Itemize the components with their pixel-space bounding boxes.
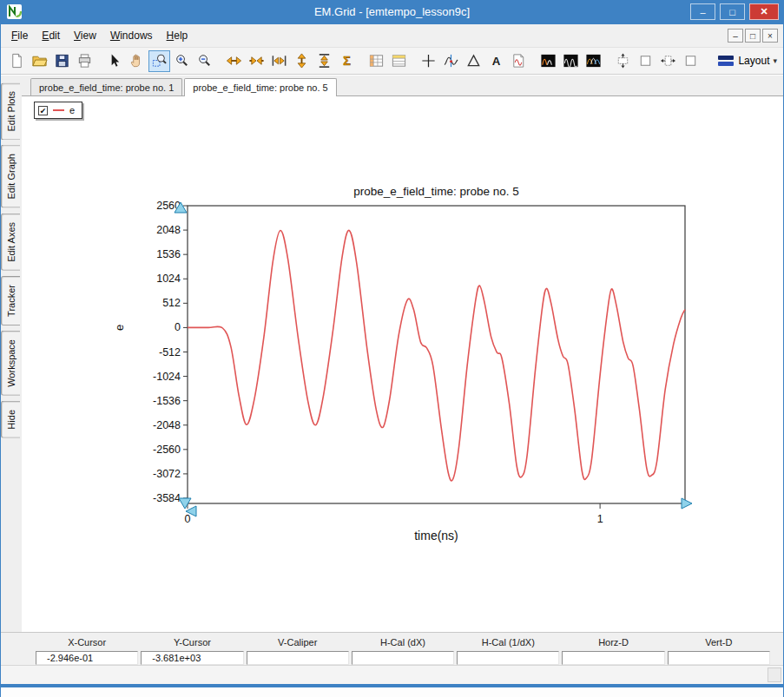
- sigma-button[interactable]: Σ: [336, 50, 358, 72]
- status-column-label: V-Caliper: [247, 635, 349, 650]
- status-value-cell: [352, 651, 454, 665]
- toolbar-separator: [702, 50, 709, 72]
- legend-checkbox[interactable]: ✔: [38, 106, 48, 115]
- doc-tab-1[interactable]: probe_e_field_time: probe no. 1: [30, 78, 182, 95]
- status-column-label: Y-Cursor: [141, 635, 243, 650]
- toolbar-separator: [216, 50, 223, 72]
- fft-dark-multi-button[interactable]: [583, 50, 604, 72]
- layout-dropdown[interactable]: Layout▾: [711, 50, 783, 72]
- menu-edit[interactable]: Edit: [35, 26, 67, 45]
- svg-text:Σ: Σ: [343, 54, 351, 68]
- scrollbar-grip[interactable]: [768, 667, 781, 682]
- new-file-button[interactable]: [6, 50, 28, 72]
- box2-button[interactable]: [680, 50, 702, 72]
- text-label-button[interactable]: A: [485, 50, 507, 72]
- minimize-button[interactable]: –: [690, 3, 715, 20]
- status-column-label: X-Cursor: [36, 635, 138, 650]
- y-tick-label: -2560: [153, 444, 181, 456]
- sidebar-tab-tracker[interactable]: Tracker: [1, 276, 20, 325]
- x-axis-label: time(ns): [414, 529, 458, 542]
- table-columns-button[interactable]: [366, 50, 387, 72]
- title-bar[interactable]: EM.Grid - [emtempo_lesson9c] –□✕: [0, 0, 784, 24]
- sidebar-tab-edit-graph[interactable]: Edit Graph: [1, 145, 20, 208]
- maximize-button[interactable]: □: [720, 3, 745, 20]
- y-tick-label: -1536: [153, 395, 181, 407]
- chart[interactable]: 25602048153610245120-512-1024-1536-2048-…: [22, 96, 783, 632]
- zoom-in-button[interactable]: [171, 50, 193, 72]
- toolbar-separator: [530, 50, 537, 72]
- menu-view[interactable]: View: [67, 26, 103, 45]
- sidebar-tab-edit-plots[interactable]: Edit Plots: [1, 82, 20, 140]
- x-tick-label: 1: [597, 513, 603, 525]
- x-tick-label: 0: [185, 513, 191, 525]
- y-tick-label: -512: [159, 346, 181, 358]
- y-tick-label: 1024: [156, 273, 181, 285]
- h-arrows-out-button[interactable]: [223, 50, 245, 72]
- fft-dark-orange-button[interactable]: [537, 50, 559, 72]
- page-waveform-button[interactable]: [508, 50, 530, 72]
- mdi-restore-button[interactable]: □: [745, 29, 761, 43]
- status-column-label: Vert-D: [668, 635, 770, 650]
- chart-title: probe_e_field_time: probe no. 5: [353, 185, 519, 198]
- table-rows-button[interactable]: [388, 50, 410, 72]
- box-button[interactable]: [635, 50, 656, 72]
- vbox-arrows-button[interactable]: [612, 50, 634, 72]
- menu-file[interactable]: File: [4, 26, 35, 45]
- window-border-left: [0, 0, 1, 697]
- app-window: EM.Grid - [emtempo_lesson9c] –□✕ FileEdi…: [0, 0, 784, 697]
- y-tick-label: -3072: [153, 468, 181, 480]
- v-arrows-out-button[interactable]: [291, 50, 313, 72]
- v-fit-button[interactable]: [313, 50, 335, 72]
- save-button[interactable]: [51, 50, 73, 72]
- select-arrow-button[interactable]: [103, 50, 125, 72]
- plot-canvas[interactable]: ✔e 25602048153610245120-512-1024-1536-20…: [22, 96, 783, 632]
- toolbar-separator: [359, 50, 366, 72]
- h-fit-button[interactable]: [268, 50, 290, 72]
- h-arrows-in-button[interactable]: [246, 50, 267, 72]
- zoom-window-button[interactable]: [148, 50, 170, 72]
- cross-button[interactable]: [418, 50, 439, 72]
- close-button[interactable]: ✕: [749, 3, 779, 20]
- svg-text:A: A: [492, 55, 501, 68]
- mdi-close-button[interactable]: ×: [762, 29, 778, 43]
- y-tick-label: 2048: [156, 224, 181, 236]
- hbox-arrows-button[interactable]: [657, 50, 679, 72]
- toolbar-separator: [96, 50, 103, 72]
- horizontal-scrollbar[interactable]: [1, 665, 783, 684]
- status-value-cell: [668, 651, 770, 665]
- axis-cursor-right[interactable]: [682, 498, 692, 509]
- doc-tab-2[interactable]: probe_e_field_time: probe no. 5: [184, 78, 336, 96]
- status-column-label: H-Cal (dX): [352, 635, 454, 650]
- status-value-cell: [457, 651, 559, 665]
- document-tab-bar: probe_e_field_time: probe no. 1probe_e_f…: [22, 76, 783, 96]
- legend: ✔e: [34, 102, 82, 119]
- zoom-out-button[interactable]: [194, 50, 215, 72]
- window-title: EM.Grid - [emtempo_lesson9c]: [0, 0, 784, 24]
- status-bar: X-CursorY-CursorV-CaliperH-Cal (dX)H-Cal…: [1, 632, 783, 665]
- sidebar-tab-edit-axes[interactable]: Edit Axes: [1, 214, 20, 271]
- y-tick-label: -1024: [153, 371, 181, 383]
- delta-caliper-button[interactable]: [463, 50, 484, 72]
- y-tick-label: -3584: [153, 492, 181, 504]
- print-button[interactable]: [74, 50, 96, 72]
- mdi-minimize-button[interactable]: –: [728, 29, 743, 43]
- status-column-label: H-Cal (1/dX): [457, 635, 559, 650]
- tracker-curve-button[interactable]: [440, 50, 462, 72]
- toolbar-separator: [411, 50, 418, 72]
- left-sidebar: Edit PlotsEdit GraphEdit AxesTrackerWork…: [1, 76, 22, 632]
- fft-dark-white-button[interactable]: [560, 50, 582, 72]
- y-tick-label: 512: [162, 297, 181, 309]
- y-tick-label: 0: [175, 321, 181, 333]
- status-value-cell: [247, 651, 349, 665]
- pan-hand-button[interactable]: [126, 50, 148, 72]
- menu-windows[interactable]: Windows: [103, 26, 160, 45]
- sidebar-tab-workspace[interactable]: Workspace: [1, 331, 20, 396]
- open-folder-button[interactable]: [29, 50, 50, 72]
- toolbar: ΣALayout▾: [1, 48, 783, 75]
- sidebar-tab-hide[interactable]: Hide: [1, 401, 20, 438]
- status-value-cell: [562, 651, 664, 665]
- menu-help[interactable]: Help: [160, 26, 195, 45]
- legend-label: e: [69, 105, 75, 115]
- legend-line-swatch: [53, 109, 64, 111]
- status-value-cell: -3.681e+03: [141, 651, 243, 665]
